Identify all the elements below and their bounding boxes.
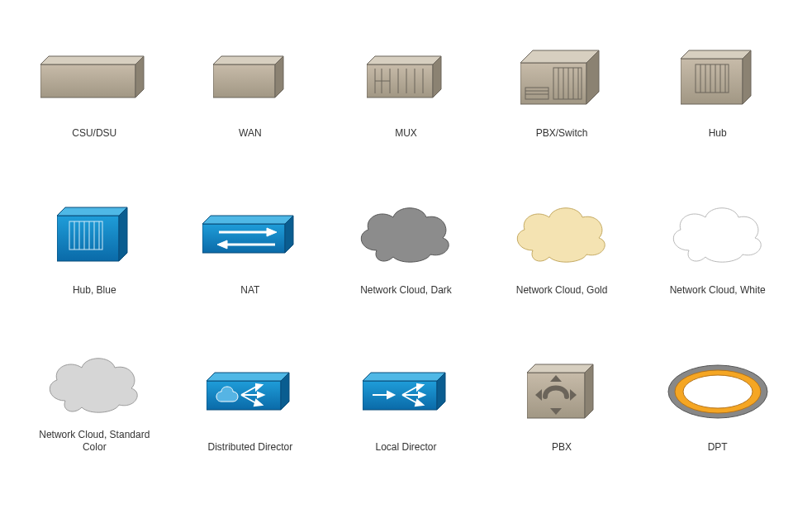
pbx-switch-icon [520, 46, 603, 108]
cloud-white-icon [664, 201, 772, 267]
shape-dpt[interactable]: DPT [648, 347, 787, 454]
svg-marker-78 [585, 364, 593, 418]
svg-marker-1 [40, 56, 144, 64]
shape-palette: CSU/DSU WAN [25, 33, 787, 454]
shape-pbx-switch[interactable]: PBX/Switch [492, 33, 632, 140]
shape-label: NAT [240, 284, 259, 297]
shape-label: MUX [395, 127, 417, 140]
svg-marker-66 [363, 373, 445, 381]
cloud-gold-icon [508, 201, 615, 267]
shape-label: Network Cloud, Dark [360, 284, 452, 297]
shape-label: WAN [239, 127, 262, 140]
shape-label: PBX [552, 441, 572, 454]
distributed-director-icon [207, 368, 293, 414]
svg-marker-18 [520, 50, 599, 63]
hub-icon [681, 46, 755, 108]
hub-blue-icon [57, 203, 131, 265]
mux-icon [367, 52, 445, 102]
svg-marker-7 [367, 56, 441, 64]
shape-label: CSU/DSU [72, 127, 116, 140]
shape-local-director[interactable]: Local Director [336, 347, 476, 454]
svg-marker-31 [743, 50, 751, 104]
csu-dsu-icon [40, 52, 148, 102]
shape-mux[interactable]: MUX [336, 33, 476, 140]
svg-marker-39 [57, 216, 119, 261]
svg-marker-29 [681, 59, 743, 104]
shape-label: Local Director [375, 441, 436, 454]
shape-distributed-director[interactable]: Distributed Director [181, 347, 321, 454]
shape-csu-dsu[interactable]: CSU/DSU [25, 33, 164, 140]
svg-marker-49 [202, 224, 285, 253]
shape-nat[interactable]: NAT [181, 190, 321, 297]
svg-marker-40 [57, 207, 127, 216]
cloud-dark-icon [352, 201, 459, 267]
dpt-icon [664, 360, 772, 422]
pbx-icon [527, 360, 597, 422]
shape-wan[interactable]: WAN [181, 33, 321, 140]
shape-label: Hub [709, 127, 727, 140]
svg-point-85 [683, 375, 753, 408]
shape-cloud-standard[interactable]: Network Cloud, Standard Color [25, 347, 164, 454]
shape-cloud-gold[interactable]: Network Cloud, Gold [492, 190, 632, 297]
svg-marker-0 [40, 64, 135, 97]
shape-label: DPT [708, 441, 728, 454]
svg-marker-57 [207, 373, 289, 381]
cloud-standard-icon [40, 351, 148, 417]
shape-hub-blue[interactable]: Hub, Blue [25, 190, 164, 297]
svg-marker-77 [527, 364, 593, 373]
shape-label: Network Cloud, Gold [516, 284, 608, 297]
wan-icon [213, 52, 287, 102]
shape-label: Network Cloud, White [670, 284, 766, 297]
shape-label: Network Cloud, Standard Color [28, 429, 160, 454]
svg-marker-50 [202, 216, 293, 224]
shape-pbx[interactable]: PBX [492, 347, 632, 454]
shape-cloud-dark[interactable]: Network Cloud, Dark [336, 190, 476, 297]
shape-label: PBX/Switch [536, 127, 588, 140]
svg-marker-3 [213, 64, 275, 97]
nat-icon [202, 212, 297, 257]
shape-label: Hub, Blue [73, 284, 116, 297]
svg-marker-30 [681, 50, 751, 59]
shape-label: Distributed Director [208, 441, 293, 454]
shape-hub[interactable]: Hub [648, 33, 787, 140]
shape-cloud-white[interactable]: Network Cloud, White [648, 190, 787, 297]
svg-marker-4 [213, 56, 283, 64]
svg-marker-41 [119, 207, 127, 261]
local-director-icon [363, 368, 449, 414]
